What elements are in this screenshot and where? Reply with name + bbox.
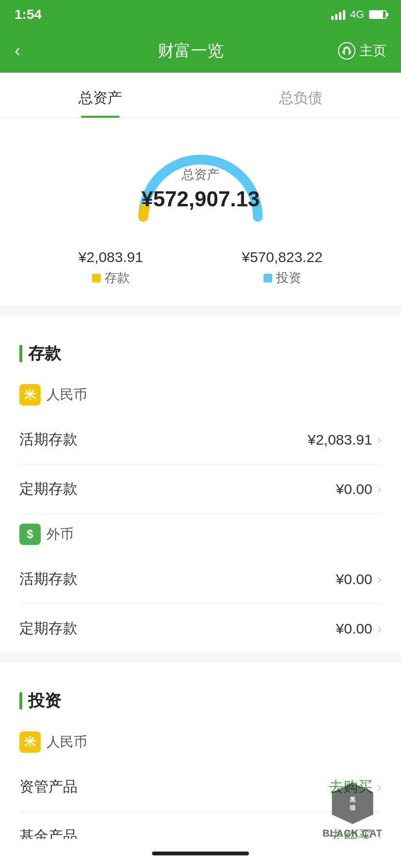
tab-liabilities[interactable]: 总负债 [200, 73, 401, 118]
foreign-currency-row: $ 外币 [19, 514, 382, 555]
chart-center: 总资产 ¥572,907.13 [141, 166, 260, 211]
rmb-currency-row: 米 人民币 [19, 374, 382, 415]
legend-invest-text: 投资 [276, 269, 301, 286]
chevron-right-icon: › [377, 621, 382, 636]
foreign-label: 外币 [46, 525, 74, 543]
main-content: 总资产 总负债 总资产 ¥572,907.13 ¥2,083.91 [0, 73, 401, 868]
investments-title: 投资 [28, 690, 61, 712]
signal-icon [331, 9, 345, 20]
home-button[interactable]: 主页 [338, 42, 386, 60]
invest-rmb-row: 米 人民币 [19, 722, 382, 762]
rmb-label: 人民币 [46, 386, 87, 404]
legend-deposit-dot [92, 274, 101, 282]
chart-section: 总资产 ¥572,907.13 ¥2,083.91 存款 ¥570,823.22… [0, 118, 401, 306]
legend-invest-dot [263, 274, 272, 282]
legend-deposit-amount: ¥2,083.91 [78, 249, 143, 265]
legend-deposit-text: 存款 [105, 269, 130, 286]
legend-deposit-label-row: 存款 [92, 269, 130, 286]
legend-invest-label-row: 投资 [263, 269, 301, 286]
chevron-right-icon: › [377, 572, 382, 587]
rmb-current-deposit[interactable]: 活期存款 ¥2,083.91 › [19, 415, 382, 465]
svg-text:猫: 猫 [349, 805, 356, 811]
rmb-icon: 米 [19, 384, 41, 405]
chevron-right-icon: › [377, 432, 382, 448]
legend-deposits: ¥2,083.91 存款 [78, 249, 143, 286]
headset-icon [338, 42, 355, 60]
watermark-text: BLACK CAT [323, 828, 383, 839]
divider-1 [0, 306, 401, 315]
section-bar-invest-icon [19, 692, 22, 710]
legend-invest-amount: ¥570,823.22 [242, 249, 323, 265]
foreign-fixed-deposit[interactable]: 定期存款 ¥0.00 › [19, 604, 382, 653]
divider-2 [0, 653, 401, 663]
nav-bar: ‹ 财富一览 主页 [0, 29, 401, 73]
deposits-title: 存款 [28, 342, 61, 365]
deposits-header: 存款 [19, 325, 382, 374]
invest-rmb-label: 人民币 [46, 733, 87, 751]
bottom-bar [0, 839, 401, 868]
network-label: 4G [350, 8, 364, 21]
rmb-fixed-deposit[interactable]: 定期存款 ¥0.00 › [19, 465, 382, 514]
donut-chart: 总资产 ¥572,907.13 [123, 138, 278, 234]
tabs: 总资产 总负债 [0, 73, 401, 118]
tab-assets[interactable]: 总资产 [0, 73, 200, 118]
battery-icon [369, 10, 386, 19]
status-icons: 4G [331, 8, 386, 21]
watermark: 黑 猫 BLACK CAT [304, 781, 401, 839]
legend: ¥2,083.91 存款 ¥570,823.22 投资 [0, 234, 401, 291]
chevron-right-icon: › [377, 481, 382, 497]
investments-header: 投资 [19, 672, 382, 722]
foreign-current-deposit[interactable]: 活期存款 ¥0.00 › [19, 555, 382, 604]
svg-text:黑: 黑 [350, 796, 356, 803]
svg-marker-0 [332, 783, 373, 824]
foreign-icon: $ [19, 524, 41, 545]
status-time: 1:54 [15, 7, 42, 22]
section-bar-icon [19, 345, 22, 362]
page-title: 财富一览 [158, 40, 224, 62]
chart-label: 总资产 [141, 166, 260, 183]
invest-rmb-icon: 米 [19, 731, 41, 753]
back-button[interactable]: ‹ [15, 41, 44, 61]
home-indicator [152, 852, 249, 855]
chart-value: ¥572,907.13 [141, 187, 260, 211]
status-bar: 1:54 4G [0, 0, 401, 29]
home-label: 主页 [359, 42, 386, 60]
deposits-section: 存款 米 人民币 活期存款 ¥2,083.91 › 定期存款 ¥0.00 › [0, 325, 401, 653]
legend-investments: ¥570,823.22 投资 [242, 249, 323, 286]
